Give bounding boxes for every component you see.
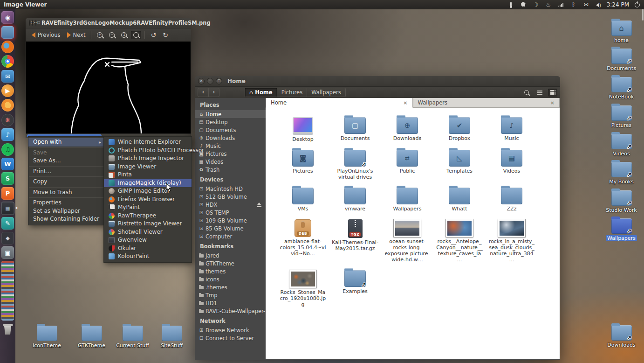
previous-button[interactable]: Previous: [29, 30, 63, 40]
open-with-menu-item[interactable]: Phatch PHoto bATCH Processor: [104, 147, 192, 155]
grid-view-icon[interactable]: [548, 89, 557, 97]
sidebar-item[interactable]: Connect to Server: [195, 334, 266, 342]
file-item[interactable]: Whatt: [435, 186, 484, 212]
file-item[interactable]: Dropbox: [435, 115, 484, 142]
open-with-menu-item[interactable]: ImageMagick (display): [104, 179, 192, 188]
sidebar-item[interactable]: Macintosh HD: [195, 185, 266, 193]
desktop-icon[interactable]: GTKTheme: [69, 326, 114, 349]
sidebar-item[interactable]: Home: [195, 110, 266, 118]
open-with-menu-item[interactable]: Wine Internet Explorer: [104, 138, 192, 147]
file-item[interactable]: VMs: [278, 186, 328, 212]
folder-tab[interactable]: Wallpapers ×: [413, 98, 560, 108]
context-menu-item[interactable]: Copy: [28, 178, 104, 186]
image-canvas[interactable]: [26, 42, 191, 133]
open-with-menu-item[interactable]: Pinta: [104, 171, 192, 179]
desktop-icon[interactable]: home: [599, 21, 644, 43]
sidebar-item[interactable]: HD1: [195, 299, 266, 307]
sidebar-item[interactable]: Trash: [195, 166, 266, 174]
open-with-menu-item[interactable]: Shotwell Viewer: [104, 228, 192, 237]
sidebar-item[interactable]: RAVE-Cube-Wallpaper-…: [195, 307, 266, 315]
tray-icon[interactable]: [596, 0, 602, 9]
dock-item[interactable]: P: [1, 187, 14, 200]
file-item[interactable]: vmware: [330, 186, 380, 212]
dock-item[interactable]: ❋: [1, 114, 14, 126]
viewer-titlebar[interactable]: RAVEfinity3rdGenLogoMockup6RAVEfinityPro…: [26, 18, 191, 28]
tab-close-icon[interactable]: ×: [403, 100, 407, 106]
open-with-menu-item[interactable]: Gwenview: [104, 236, 192, 244]
desktop-icon[interactable]: SiteStuff: [149, 326, 194, 349]
sidebar-item[interactable]: 512 GB Volume: [195, 193, 266, 201]
search-icon[interactable]: [522, 89, 531, 97]
rotate-left-button[interactable]: ↺: [148, 30, 158, 40]
tab-close-icon[interactable]: ×: [550, 100, 555, 106]
trash-icon[interactable]: [3, 323, 13, 335]
tray-icon[interactable]: ᛒ: [570, 0, 577, 9]
file-item[interactable]: ocean-sunset-rocks-long-exposure-picture…: [383, 217, 432, 263]
file-item[interactable]: ZZz: [487, 186, 536, 212]
sidebar-item[interactable]: OS-TEMP: [195, 209, 266, 216]
breadcrumb-button[interactable]: Home: [245, 88, 277, 97]
maximize-icon[interactable]: [35, 20, 36, 26]
open-with-menu-item[interactable]: GIMP Image Editor: [104, 187, 192, 195]
submenu-scrollbar-thumb[interactable]: [642, 8, 644, 21]
dock-item[interactable]: [1, 55, 14, 68]
context-menu-item[interactable]: Save As…: [28, 157, 104, 165]
dock-item[interactable]: [1, 41, 14, 53]
close-icon[interactable]: [29, 20, 30, 26]
desktop-icon[interactable]: Documents: [599, 49, 644, 71]
sidebar-item[interactable]: Music: [195, 142, 266, 150]
desktop-icon[interactable]: Wallpapers: [599, 218, 644, 241]
dock-item[interactable]: ♫: [1, 143, 14, 156]
context-menu-item[interactable]: Show Containing Folder: [28, 215, 104, 223]
context-menu-item[interactable]: Set as Wallpaper: [28, 207, 104, 216]
sidebar-item[interactable]: themes: [195, 267, 266, 275]
file-item[interactable]: rocks__Antelope_Canyon__nature__texture_…: [435, 217, 484, 263]
breadcrumb-button[interactable]: Pictures: [277, 88, 308, 97]
file-item[interactable]: TGZ Kali-Themes-Final-May2015.tar.gz: [330, 217, 380, 263]
open-with-menu-item[interactable]: Phatch Image Inspector: [104, 154, 192, 163]
open-with-menu-item[interactable]: RawTherapee: [104, 212, 192, 220]
open-with-menu-item[interactable]: Ristretto Image Viewer: [104, 220, 192, 228]
sidebar-item[interactable]: icons: [195, 275, 266, 283]
dock-item[interactable]: ▣: [1, 246, 14, 259]
sidebar-item[interactable]: Downloads: [195, 134, 266, 142]
file-item[interactable]: Public: [383, 148, 432, 180]
open-with-menu-item[interactable]: Firefox Web Browser: [104, 195, 192, 204]
dock-item[interactable]: ◆: [1, 232, 14, 244]
file-item[interactable]: Wallpapers: [383, 186, 432, 212]
tray-icon[interactable]: [558, 0, 564, 9]
sidebar-item[interactable]: GTKTheme: [195, 259, 266, 267]
sidebar-item[interactable]: Documents: [195, 126, 266, 134]
minimize-icon[interactable]: [207, 78, 213, 84]
dock-item[interactable]: ✉: [1, 70, 14, 83]
dock-item[interactable]: S: [1, 172, 14, 185]
open-with-menu-item[interactable]: KolourPaint: [104, 252, 192, 261]
desktop-icon[interactable]: Current Stuff: [110, 326, 155, 349]
sidebar-item[interactable]: 85 GB Volume: [195, 224, 266, 232]
file-item[interactable]: PlayOnLinux's virtual drives: [330, 148, 380, 180]
context-menu-item[interactable]: Open with: [28, 138, 104, 147]
file-item[interactable]: DEB ambiance-flat-colors_15.04.4~vivid~N…: [278, 217, 328, 263]
back-button[interactable]: ‹: [198, 88, 209, 97]
clock[interactable]: 3:24 PM: [607, 1, 629, 8]
tray-icon[interactable]: ☽: [533, 0, 539, 9]
context-menu-item[interactable]: Print…: [28, 168, 104, 176]
file-item[interactable]: Downloads: [383, 115, 432, 142]
tray-icon[interactable]: ✉: [583, 0, 589, 9]
sidebar-item[interactable]: Pictures: [195, 150, 266, 158]
file-item[interactable]: Templates: [435, 148, 484, 180]
dock-item[interactable]: ▶: [1, 84, 14, 97]
sidebar-item[interactable]: Tmp: [195, 291, 266, 299]
dock-item[interactable]: [1, 99, 14, 112]
zoom-in-button[interactable]: +: [95, 31, 105, 39]
next-button[interactable]: Next: [65, 30, 88, 40]
file-item[interactable]: Videos: [487, 148, 536, 180]
folder-tab[interactable]: Home ×: [266, 98, 413, 108]
zoom-normal-button[interactable]: 1: [119, 31, 129, 39]
dock-item[interactable]: ✎: [1, 217, 14, 230]
sidebar-item[interactable]: HDX: [195, 201, 266, 209]
file-item[interactable]: Documents: [330, 115, 380, 142]
power-icon[interactable]: [634, 0, 640, 9]
file-item[interactable]: Music: [487, 115, 536, 142]
zoom-out-button[interactable]: −: [107, 31, 117, 39]
